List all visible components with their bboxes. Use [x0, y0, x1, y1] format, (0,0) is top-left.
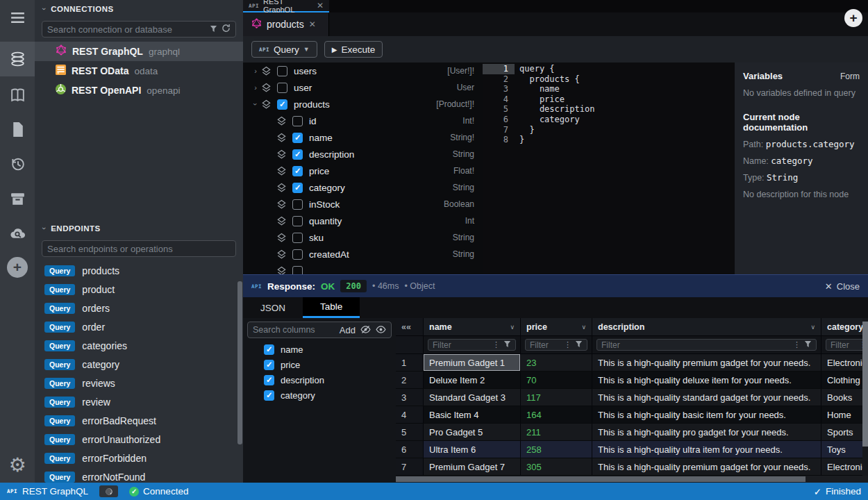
tab-group-rest-graphql[interactable]: API REST GraphQL ✕: [243, 0, 329, 12]
response-close-button[interactable]: ✕Close: [825, 281, 860, 292]
field-checkbox[interactable]: [292, 183, 303, 193]
connections-search-input[interactable]: [47, 24, 206, 35]
eye-icon[interactable]: [376, 324, 386, 336]
tree-item-createdAt[interactable]: createdAtString: [243, 246, 483, 262]
field-checkbox[interactable]: [292, 116, 303, 126]
add-column-button[interactable]: Add: [340, 325, 356, 335]
column-search-input[interactable]: [253, 325, 335, 335]
grid-collapse-button[interactable]: ««: [396, 318, 424, 335]
query-type-button[interactable]: API Query ▼: [251, 41, 317, 58]
filter-input-price[interactable]: [530, 340, 560, 350]
row-number[interactable]: 4: [396, 406, 424, 423]
field-checkbox[interactable]: [292, 266, 303, 275]
tree-item-users[interactable]: ›users[User!]!: [243, 62, 483, 79]
expander-icon[interactable]: ›: [251, 99, 260, 110]
grid-cell-price[interactable]: 305: [521, 458, 592, 475]
field-checkbox[interactable]: [292, 216, 303, 226]
editor-line[interactable]: 8}: [483, 135, 735, 145]
grid-cell-category[interactable]: Home: [821, 406, 868, 423]
grid-horizontal-scrollbar-track[interactable]: [396, 476, 868, 483]
grid-cell-name[interactable]: Premium Gadget 1: [424, 354, 521, 371]
grid-cell-category[interactable]: Books: [821, 389, 868, 406]
grid-cell-price[interactable]: 23: [521, 354, 592, 371]
eye-off-icon[interactable]: [360, 324, 371, 336]
tree-item-sku[interactable]: skuString: [243, 229, 483, 246]
editor-line[interactable]: 1query {: [483, 64, 735, 74]
row-number[interactable]: 5: [396, 424, 424, 440]
grid-cell-price[interactable]: 164: [521, 406, 592, 423]
filter-input-name[interactable]: [433, 340, 489, 350]
tree-item-partial[interactable]: [243, 262, 483, 274]
tree-item-category[interactable]: categoryString: [243, 179, 483, 196]
grid-cell-description[interactable]: This is a high-quality deluxe item for y…: [592, 372, 821, 388]
column-checkbox[interactable]: [264, 375, 274, 385]
tree-item-id[interactable]: idInt!: [243, 112, 483, 129]
close-icon[interactable]: ✕: [309, 19, 316, 29]
editor-line[interactable]: 2 products {: [483, 74, 735, 85]
grid-cell-category[interactable]: Electronics: [821, 354, 868, 371]
grid-header-description[interactable]: description∨: [592, 318, 821, 335]
field-checkbox[interactable]: [277, 83, 287, 93]
filter-icon[interactable]: [503, 340, 511, 350]
grid-cell-category[interactable]: Toys: [821, 441, 868, 458]
endpoint-item-errorNotFound[interactable]: QueryerrorNotFound: [35, 467, 243, 483]
tree-item-quantity[interactable]: quantityInt: [243, 212, 483, 229]
kebab-icon[interactable]: ⋮: [793, 340, 801, 349]
grid-cell-name[interactable]: Deluxe Item 2: [424, 372, 521, 388]
editor-line[interactable]: 6 category: [483, 115, 735, 125]
grid-cell-name[interactable]: Ultra Item 6: [424, 441, 521, 458]
row-number[interactable]: 7: [396, 458, 424, 475]
row-number[interactable]: 3: [396, 389, 424, 406]
grid-cell-description[interactable]: This is a high-quality premium gadget fo…: [592, 354, 821, 371]
field-checkbox[interactable]: [292, 133, 303, 143]
endpoints-search-input[interactable]: [47, 244, 231, 254]
column-toggle-name[interactable]: name: [243, 342, 396, 357]
grid-cell-price[interactable]: 211: [521, 424, 592, 440]
archive-icon[interactable]: [0, 181, 35, 216]
tree-item-user[interactable]: ›userUser: [243, 79, 483, 96]
endpoint-item-order[interactable]: Queryorder: [35, 317, 243, 336]
endpoint-item-reviews[interactable]: Queryreviews: [35, 374, 243, 392]
gear-icon[interactable]: ⚙: [0, 448, 35, 483]
execute-button[interactable]: ▶ Execute: [324, 41, 383, 58]
grid-cell-description[interactable]: This is a high-quality ultra item for yo…: [592, 441, 821, 458]
tab-table[interactable]: Table: [303, 297, 360, 318]
endpoints-scrollbar[interactable]: [237, 281, 242, 444]
grid-cell-description[interactable]: This is a high-quality premium gadget fo…: [592, 458, 821, 475]
row-number[interactable]: 6: [396, 441, 424, 458]
endpoint-item-orders[interactable]: Queryorders: [35, 299, 243, 317]
grid-cell-price[interactable]: 117: [521, 389, 592, 406]
endpoint-item-products[interactable]: Queryproducts: [35, 261, 243, 280]
endpoint-item-errorForbidden[interactable]: QueryerrorForbidden: [35, 449, 243, 467]
endpoint-item-review[interactable]: Queryreview: [35, 392, 243, 411]
grid-horizontal-scrollbar[interactable]: [396, 476, 806, 482]
expander-icon[interactable]: ›: [250, 83, 261, 92]
filter-input-category[interactable]: [831, 340, 856, 350]
query-editor[interactable]: 1query {2 products {3 name4 price5 descr…: [483, 62, 735, 274]
tree-item-description[interactable]: descriptionString: [243, 146, 483, 162]
editor-line[interactable]: 5 description: [483, 104, 735, 115]
tree-item-name[interactable]: nameString!: [243, 129, 483, 146]
connection-item-odata[interactable]: REST ODataodata: [35, 61, 243, 81]
grid-cell-description[interactable]: This is a high-quality basic item for yo…: [592, 406, 821, 423]
connection-item-graphql[interactable]: REST GraphQLgraphql: [35, 42, 243, 61]
chevron-down-icon[interactable]: ∨: [510, 324, 515, 331]
database-icon[interactable]: [0, 42, 35, 76]
column-checkbox[interactable]: [264, 390, 274, 401]
kebab-icon[interactable]: ⋮: [564, 340, 571, 349]
kebab-icon[interactable]: ⋮: [492, 340, 500, 349]
column-toggle-description[interactable]: description: [243, 372, 396, 388]
editor-line[interactable]: 4 price: [483, 94, 735, 105]
filter-icon[interactable]: [575, 340, 583, 350]
column-checkbox[interactable]: [264, 344, 274, 355]
grid-cell-category[interactable]: Electronics: [821, 458, 868, 475]
grid-cell-name[interactable]: Pro Gadget 5: [424, 424, 521, 440]
editor-line[interactable]: 3 name: [483, 84, 735, 94]
plus-circle-icon[interactable]: +: [0, 250, 35, 285]
grid-cell-price[interactable]: 258: [521, 441, 592, 458]
grid-header-name[interactable]: name∨: [424, 318, 521, 335]
connection-item-openapi[interactable]: REST OpenAPIopenapi: [35, 81, 243, 100]
field-checkbox[interactable]: [292, 249, 303, 260]
editor-line[interactable]: 7 }: [483, 125, 735, 135]
field-checkbox[interactable]: [292, 199, 303, 210]
